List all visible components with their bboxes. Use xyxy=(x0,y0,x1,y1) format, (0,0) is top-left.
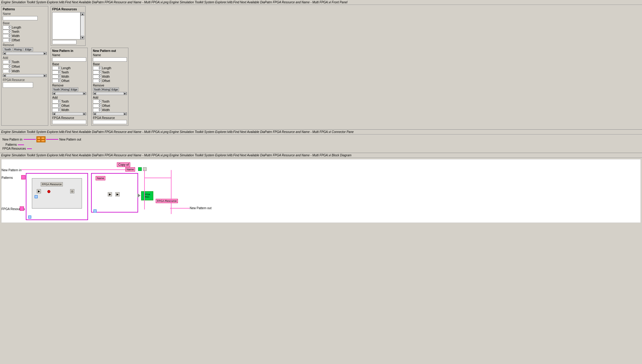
np-out-teeth-label: Teeth xyxy=(102,71,109,74)
bd-gray-node-1: ◎ xyxy=(70,189,74,193)
np-in-add-scroll-track xyxy=(56,113,83,115)
add-width-row: Width xyxy=(3,69,47,73)
np-out-length-input[interactable] xyxy=(93,66,101,70)
name-row: Name xyxy=(3,12,47,15)
bd-new-pattern-out-label: New Pattern out xyxy=(190,206,212,210)
width-input[interactable] xyxy=(3,34,11,38)
np-out-add-scroll[interactable]: ◄ ► xyxy=(93,112,127,115)
np-out-width-label: Width xyxy=(102,75,110,78)
np-in-fpga-input[interactable] xyxy=(52,120,86,124)
np-out-add-width-input[interactable] xyxy=(93,108,101,112)
np-out-remove-tooth: Tooth xyxy=(93,87,101,91)
np-out-add-width-row: Width xyxy=(93,108,127,112)
np-in-offset-label: Offset xyxy=(61,79,70,83)
bd-np-out-text: New Pattern out xyxy=(190,206,212,210)
name-input[interactable] xyxy=(3,16,38,20)
np-out-add-scroll-right[interactable]: ► xyxy=(124,112,127,115)
np-in-width-input[interactable] xyxy=(52,75,61,79)
np-out-width-input[interactable] xyxy=(93,75,101,79)
connector-np-in-wire xyxy=(24,139,36,140)
np-in-remove-rising-label: Rising xyxy=(61,88,69,91)
np-in-add-tooth-input[interactable] xyxy=(52,100,61,104)
title-text-3: Engine Simulation Toolkit System Explore… xyxy=(1,154,352,157)
np-out-remove-scroll-right[interactable]: ► xyxy=(124,92,127,95)
connector-pane-section: New Pattern in New Pattern out Patterns … xyxy=(0,134,642,153)
np-in-add-scroll-left[interactable]: ◄ xyxy=(53,112,56,115)
np-out-teeth-input[interactable] xyxy=(93,70,101,74)
np-in-add-width-label: Width xyxy=(61,108,69,112)
np-in-length-label: Length xyxy=(61,66,71,70)
fpga-vscroll-down[interactable]: ▼ xyxy=(81,36,84,39)
np-in-add-scroll[interactable]: ◄ ► xyxy=(52,112,86,115)
fpga-resource-input[interactable] xyxy=(3,82,33,88)
bd-blue-node-3 xyxy=(93,209,97,213)
np-out-add-offset-input[interactable] xyxy=(93,104,101,108)
add-scrollbar[interactable]: ◄ ► xyxy=(3,74,47,77)
np-out-name-input[interactable] xyxy=(93,57,127,62)
fpga-resources-list[interactable] xyxy=(52,12,80,39)
connector-patterns-label: Patterns xyxy=(5,143,17,146)
np-out-add-tooth-row: Tooth xyxy=(93,100,127,104)
np-out-add-scroll-track xyxy=(96,113,124,115)
teeth-input[interactable] xyxy=(3,30,11,34)
np-in-remove-scroll-right[interactable]: ► xyxy=(83,92,86,95)
np-in-add-scroll-right[interactable]: ► xyxy=(83,112,86,115)
fpga-resources-label: FPGA Resources xyxy=(52,8,84,11)
offset-input[interactable] xyxy=(3,38,11,42)
np-in-remove-scroll-left[interactable]: ◄ xyxy=(53,92,56,95)
bd-fpga-resource-text: FPGA Resource xyxy=(42,183,62,186)
remove-scroll-right[interactable]: ► xyxy=(43,52,46,55)
title-bar-3: Engine Simulation Toolkit System Explore… xyxy=(0,153,642,158)
np-in-remove-edge-label: Edge xyxy=(71,88,77,91)
connector-fpga-row: FPGA Resources xyxy=(2,147,640,150)
fpga-resources-input[interactable] xyxy=(52,40,76,44)
np-in-name-label: Name xyxy=(52,53,86,57)
bd-np-in-text: New Pattern in xyxy=(2,168,22,172)
np-out-fpga-input[interactable] xyxy=(93,120,127,124)
np-out-offset-input[interactable] xyxy=(93,79,101,83)
np-out-length-label: Length xyxy=(102,66,111,70)
np-in-remove-tooth: Tooth xyxy=(52,87,61,91)
add-scroll-right[interactable]: ► xyxy=(43,74,46,77)
connector-patterns-row: Patterns xyxy=(2,143,640,146)
add-offset-row: Offset xyxy=(3,65,47,69)
np-in-remove-scroll[interactable]: ◄ ► xyxy=(52,92,86,95)
np-out-add-tooth-input[interactable] xyxy=(93,100,101,104)
np-in-add-width-row: Width xyxy=(52,108,86,112)
remove-edge-cell: Edge xyxy=(23,47,33,51)
np-in-add-offset-input[interactable] xyxy=(52,104,61,108)
add-width-input[interactable] xyxy=(3,69,11,73)
fpga-resources-vscroll[interactable]: ▲ ▼ xyxy=(80,12,84,39)
bd-fpga-resources-node xyxy=(20,206,24,211)
copy-of-label: Copy of xyxy=(117,162,130,167)
np-out-add-scroll-left[interactable]: ◄ xyxy=(93,112,96,115)
connector-cell-1 xyxy=(37,137,41,139)
base-label: Base xyxy=(3,22,47,25)
length-input[interactable] xyxy=(3,26,11,29)
np-out-remove-scroll-left[interactable]: ◄ xyxy=(93,92,96,95)
np-in-length-input[interactable] xyxy=(52,66,61,70)
np-in-add-width-input[interactable] xyxy=(52,108,61,112)
fpga-vscroll-up[interactable]: ▲ xyxy=(81,12,84,16)
new-pattern-out-title: New Pattern out xyxy=(93,49,127,53)
remove-rising-cell: Rising xyxy=(13,47,23,51)
np-out-offset-label: Offset xyxy=(102,79,110,83)
bd-output-wire xyxy=(170,208,190,209)
np-in-offset-input[interactable] xyxy=(52,79,61,83)
np-out-remove-rising-label: Rising xyxy=(102,88,110,91)
np-in-base-label: Base xyxy=(52,63,86,66)
add-scroll-left[interactable]: ◄ xyxy=(3,74,6,77)
add-tooth-input[interactable] xyxy=(3,60,11,64)
remove-scroll-left[interactable]: ◄ xyxy=(3,52,6,55)
np-in-teeth-input[interactable] xyxy=(52,70,61,74)
add-offset-input[interactable] xyxy=(3,65,11,69)
np-out-remove-scroll[interactable]: ◄ ► xyxy=(93,92,127,95)
bd-arrow-node-1: ▶ xyxy=(37,189,41,193)
add-width-label: Width xyxy=(12,70,20,73)
name-label: Name xyxy=(3,12,19,15)
remove-scrollbar[interactable]: ◄ ► xyxy=(3,52,47,55)
bd-name-1-text: Name xyxy=(127,168,134,171)
np-in-offset-row: Offset xyxy=(52,79,86,83)
np-in-name-input[interactable] xyxy=(52,57,86,62)
np-in-width-row: Width xyxy=(52,75,86,79)
